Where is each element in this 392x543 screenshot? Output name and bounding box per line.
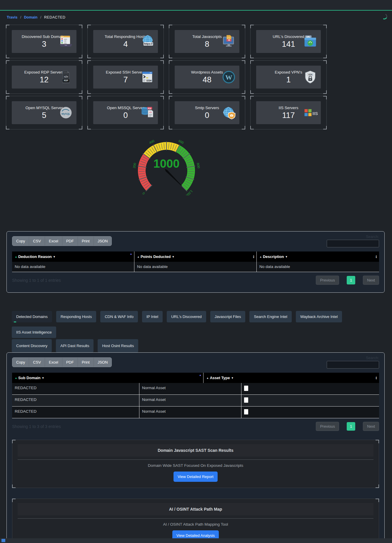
tab-wayback-archive-intel[interactable]: Wayback Archive Intel bbox=[296, 311, 342, 322]
next-page-button[interactable]: Next bbox=[363, 422, 379, 431]
corner-bracket bbox=[87, 60, 91, 64]
stat-value: 5 bbox=[42, 111, 46, 120]
asset-type-cell: Normal Asset bbox=[139, 407, 241, 418]
corner-bracket bbox=[6, 25, 9, 28]
sast-card-header: Domain Javascript SAST Scan Results bbox=[18, 444, 373, 457]
column-header-asset-type[interactable]: ▲Asset Type▼▲▼ bbox=[203, 373, 379, 383]
subdomains-icon: .com.net.org bbox=[58, 34, 74, 49]
export-button-excel[interactable]: Excel bbox=[45, 358, 62, 367]
stat-card-wrapper-open-mysql-server: Open MYSQL Server5MySQL bbox=[6, 96, 82, 129]
tab-content-discovery[interactable]: Content Discovery bbox=[12, 339, 52, 352]
corner-bracket bbox=[169, 126, 172, 129]
tab-cdn-waf-info[interactable]: CDN & WAF Info bbox=[100, 311, 138, 322]
bottom-status-bar bbox=[0, 538, 392, 543]
column-header-sub-domain[interactable]: ▲Sub Domain▼▲ bbox=[12, 373, 203, 383]
view-detailed-report-button[interactable]: View Detailed Report bbox=[174, 472, 218, 482]
export-button-print[interactable]: Print bbox=[78, 236, 94, 246]
export-button-pdf[interactable]: PDF bbox=[62, 358, 78, 367]
row-checkbox[interactable] bbox=[244, 386, 248, 391]
export-button-json[interactable]: JSON bbox=[94, 358, 112, 367]
sort-both-icon: ▲▼ bbox=[375, 255, 377, 259]
corner-bracket bbox=[169, 96, 172, 99]
stat-card-wrapper-exposed-ssh-servers: Exposed SSH Servers7SSH bbox=[87, 60, 164, 94]
corner-bracket bbox=[79, 126, 82, 129]
export-button-print[interactable]: Print bbox=[78, 358, 94, 367]
mssql-icon: SQL</> bbox=[140, 105, 155, 120]
deductions-table-header: ▲Deduction Reason▼▲▲Points Deducted▼▲▼▲D… bbox=[12, 251, 379, 262]
row-checkbox[interactable] bbox=[244, 397, 248, 403]
export-button-copy[interactable]: Copy bbox=[12, 358, 29, 367]
score-gauge-row: 02004006008001,0001000 bbox=[6, 138, 327, 196]
urls-icon: URL bbox=[303, 34, 318, 49]
export-button-csv[interactable]: CSV bbox=[29, 358, 45, 367]
osint-attack-path-card: AI / OSINT Attack Path Map AI / OSINT At… bbox=[12, 499, 379, 543]
corner-bracket bbox=[323, 55, 327, 58]
breadcrumb-link-travis[interactable]: Travis bbox=[7, 15, 17, 19]
svg-text:IIS: IIS bbox=[313, 111, 318, 116]
search-label: Search: bbox=[327, 356, 379, 360]
column-header-label: Asset Type bbox=[210, 376, 230, 380]
breadcrumb-link-domain[interactable]: Domain bbox=[24, 15, 38, 19]
vpn-icon: VPN bbox=[303, 69, 318, 85]
column-header-points-deducted[interactable]: ▲Points Deducted▼▲▼ bbox=[134, 251, 257, 262]
export-button-json[interactable]: JSON bbox=[94, 236, 112, 246]
search-input[interactable] bbox=[327, 361, 379, 369]
stat-card-exposed-rdp-servers: Exposed RDP Servers12010011</>RDP bbox=[12, 66, 76, 89]
svg-text:.org: .org bbox=[64, 42, 66, 44]
next-page-button[interactable]: Next bbox=[363, 276, 379, 285]
previous-page-button[interactable]: Previous bbox=[316, 276, 339, 285]
row-checkbox[interactable] bbox=[244, 409, 248, 414]
corner-bracket bbox=[323, 126, 327, 129]
stat-card-wrapper-url-s-discovered: URL's Discovered141URL bbox=[250, 25, 327, 58]
corner-bracket bbox=[79, 25, 82, 28]
previous-page-button[interactable]: Previous bbox=[316, 422, 339, 431]
sort-asc-icon: ▲ bbox=[15, 255, 17, 258]
tab-responding-hosts[interactable]: Responding Hosts bbox=[56, 311, 96, 322]
corner-bracket bbox=[87, 55, 91, 58]
corner-bracket bbox=[242, 126, 245, 129]
current-page-indicator[interactable]: 1 bbox=[347, 276, 355, 284]
tab-iis-asset-intelligence[interactable]: IIS Asset Intelligence bbox=[12, 327, 56, 338]
tab-detected-domains[interactable]: Detected Domains bbox=[12, 311, 52, 322]
stat-card-wordpress-assets: Wordpress Assets48W bbox=[175, 66, 239, 89]
stat-label: URL's Discovered bbox=[273, 34, 304, 39]
divider bbox=[18, 459, 373, 460]
corner-bracket bbox=[242, 90, 245, 94]
export-button-excel[interactable]: Excel bbox=[45, 236, 62, 246]
corner-bracket bbox=[376, 499, 379, 502]
export-button-pdf[interactable]: PDF bbox=[62, 236, 78, 246]
corner-bracket bbox=[250, 25, 254, 28]
corner-bracket bbox=[242, 25, 245, 28]
corner-bracket bbox=[323, 90, 327, 94]
table-info-text: Showing 1 to 1 of 1 entries bbox=[12, 278, 61, 283]
tab-api-dast-results[interactable]: API Dast Results bbox=[56, 339, 94, 352]
export-button-csv[interactable]: CSV bbox=[29, 236, 45, 246]
tab-ip-intel[interactable]: IP Intel bbox=[142, 311, 163, 322]
sub-domain-cell: REDACTED bbox=[12, 395, 139, 406]
tab-javascript-files[interactable]: Javascript Files bbox=[210, 311, 246, 322]
top-header-bar bbox=[0, 0, 392, 11]
sub-domain-cell: REDACTED bbox=[12, 383, 139, 394]
breadcrumb-separator: / bbox=[20, 15, 21, 19]
tab-row-2: Content DiscoveryAPI Dast ResultsHost Os… bbox=[12, 339, 385, 352]
stat-label: Open MYSQL Server bbox=[25, 106, 63, 110]
tab-url-s-discovered[interactable]: URL's Discovered bbox=[167, 311, 206, 322]
corner-bracket bbox=[160, 126, 164, 129]
tab-search-engine-intel[interactable]: Search Engine Intel bbox=[249, 311, 291, 322]
column-header-deduction-reason[interactable]: ▲Deduction Reason▼▲ bbox=[12, 251, 134, 262]
column-header-description[interactable]: ▲Description▼▲▼ bbox=[257, 251, 379, 262]
current-page-indicator[interactable]: 1 bbox=[347, 422, 355, 431]
corner-bracket bbox=[160, 96, 164, 99]
stat-card-total-responding-hosts: Total Responding Hosts4https:// bbox=[93, 30, 158, 53]
stat-value: 3 bbox=[42, 40, 46, 49]
stat-value: 117 bbox=[282, 111, 295, 120]
sub-domain-cell: REDACTED bbox=[12, 407, 139, 418]
export-button-copy[interactable]: Copy bbox=[12, 236, 29, 246]
tab-host-osint-results[interactable]: Host Osint Results bbox=[98, 339, 138, 352]
corner-bracket bbox=[160, 55, 164, 58]
stat-value: 12 bbox=[40, 75, 49, 84]
table-row: REDACTEDNormal Asset bbox=[12, 395, 379, 407]
stat-card-exposed-vpn-s: Exposed VPN's1VPN bbox=[256, 66, 321, 89]
stat-card-wrapper-open-mssql-server: Open MSSQL Server0SQL</> bbox=[87, 96, 164, 129]
search-input[interactable] bbox=[327, 240, 379, 247]
